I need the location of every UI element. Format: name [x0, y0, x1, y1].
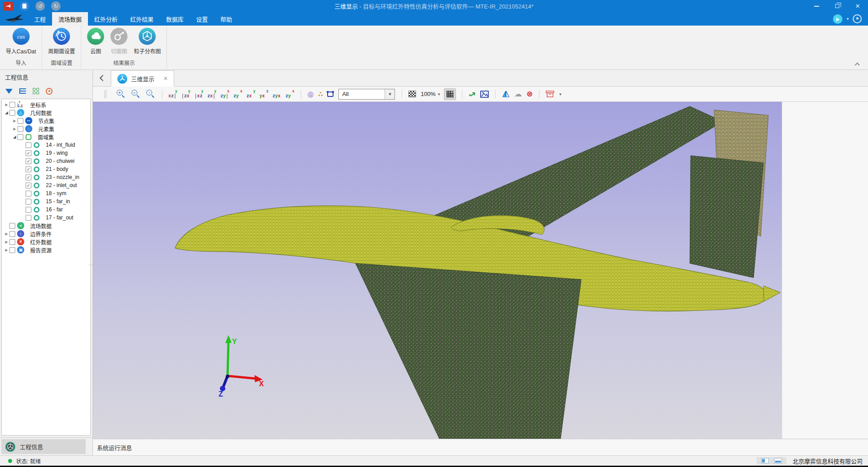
tree-expand-icon[interactable]: ▶	[4, 232, 9, 236]
tree-checkbox[interactable]	[26, 207, 31, 213]
tree-item[interactable]: ▶••节点集	[2, 117, 90, 125]
tree-item[interactable]: 18 - sym	[2, 189, 90, 197]
tree-item[interactable]: ≺流场数据	[2, 222, 90, 230]
tree-checkbox[interactable]	[18, 118, 23, 124]
menu-item-engineering[interactable]: 工程	[28, 12, 52, 26]
axis-view-button[interactable]: y|zx	[181, 89, 191, 99]
periodic-face-button[interactable]: 周期面设置	[45, 28, 78, 55]
remove-icon[interactable]: ⊗	[524, 88, 535, 100]
layout-bottom-panel-icon[interactable]	[774, 458, 782, 463]
zoom-in-button[interactable]: +	[117, 90, 125, 98]
display-filter-select[interactable]: All ▼	[338, 89, 395, 100]
redo-button[interactable]: ↻	[51, 1, 61, 11]
axis-view-button[interactable]: xzy	[233, 89, 243, 99]
tree-checkbox[interactable]	[9, 110, 15, 116]
tree-checkbox[interactable]: ✓	[26, 150, 31, 156]
tree-item[interactable]: ▶◌元素集	[2, 125, 90, 133]
tree-item[interactable]: ◢面域集	[2, 133, 90, 141]
contour-cloud-button[interactable]: 云图	[84, 28, 107, 55]
close-button[interactable]: ✕	[847, 0, 868, 12]
zoom-fit-button[interactable]: ▫	[146, 90, 155, 98]
tree-checkbox[interactable]: ✓	[26, 175, 31, 180]
tab-close-icon[interactable]: ✕	[163, 75, 168, 82]
tree-item[interactable]: ✓20 - chuiwei	[2, 157, 90, 165]
transparency-checker-icon[interactable]	[408, 91, 416, 97]
flag-icon[interactable]: ⚑	[853, 14, 862, 23]
tree-expand-icon[interactable]: ▶	[4, 248, 9, 252]
menu-item-ir-analysis[interactable]: 红外分析	[88, 12, 124, 26]
tree-checkbox[interactable]	[9, 231, 15, 237]
mesh-display-toggle[interactable]	[444, 88, 456, 100]
panel-collapse-arrow-icon[interactable]	[93, 70, 111, 86]
tree-item[interactable]: ▶YZX坐标系	[2, 100, 90, 109]
3d-viewport[interactable]: Y X Z	[93, 102, 782, 439]
probe-point-icon[interactable]: ◎	[305, 88, 316, 100]
tree-checkbox[interactable]: ✓	[26, 166, 31, 172]
chevron-down-icon[interactable]: ▾	[559, 92, 561, 96]
tree-checkbox[interactable]	[9, 247, 15, 253]
tree-expand-icon[interactable]: ◢	[4, 110, 9, 115]
mirror-icon[interactable]	[500, 88, 512, 100]
filter-icon[interactable]	[5, 89, 13, 94]
grid-view-icon[interactable]	[33, 88, 39, 94]
record-icon[interactable]: ▶	[833, 14, 842, 24]
tree-expand-icon[interactable]: ▶	[4, 240, 9, 244]
tree-item[interactable]: 16 - far	[2, 205, 90, 214]
app-menu-button[interactable]	[3, 2, 13, 11]
tree-checkbox[interactable]	[9, 223, 15, 229]
cloud-outline-icon[interactable]: ☁	[512, 88, 524, 100]
tree-checkbox[interactable]	[9, 102, 15, 108]
axis-view-button[interactable]: xzy|	[220, 89, 230, 99]
menu-item-help[interactable]: 帮助	[214, 12, 238, 26]
panel-splitter[interactable]: ⋮	[90, 263, 92, 267]
tree-checkbox[interactable]	[26, 142, 31, 148]
axis-view-button[interactable]: yzx|	[207, 89, 217, 99]
tree-checkbox[interactable]	[18, 134, 23, 140]
tree-item[interactable]: ✓21 - body	[2, 165, 90, 173]
axis-view-button[interactable]: yzx	[246, 89, 256, 99]
screenshot-icon[interactable]	[478, 88, 491, 100]
layout-left-panel-icon[interactable]	[761, 458, 769, 463]
axis-view-button[interactable]: xzy	[285, 89, 295, 99]
box-select-icon[interactable]	[325, 88, 336, 100]
section-plane-button[interactable]: 切面图	[107, 28, 131, 55]
project-info-tab[interactable]: 工程信息	[1, 439, 86, 454]
tree-checkbox[interactable]	[26, 215, 31, 221]
tree-expand-icon[interactable]: ▶	[4, 103, 9, 107]
node-display-icon[interactable]: ∴	[316, 88, 325, 100]
axis-view-button[interactable]: yxz|	[168, 89, 178, 99]
import-cas-dat-button[interactable]: cas 导入Cas/Dat	[3, 28, 39, 55]
minimize-button[interactable]	[806, 0, 827, 12]
tree-checkbox[interactable]	[26, 199, 31, 205]
axis-view-button[interactable]: zyx	[272, 89, 282, 99]
tree-checkbox[interactable]: ✓	[26, 183, 31, 188]
zoom-out-button[interactable]: −	[132, 90, 140, 98]
tree-item[interactable]: ✓22 - inlet_out	[2, 181, 90, 189]
new-document-button[interactable]	[20, 1, 29, 11]
tab-3d-view[interactable]: 三维显示 ✕	[111, 70, 174, 87]
particle-distribution-button[interactable]: 粒子分布图	[131, 28, 164, 55]
combo-dropdown-icon[interactable]: ▼	[385, 89, 395, 99]
tree-item[interactable]: ✓23 - nozzle_in	[2, 173, 90, 181]
tree-checkbox[interactable]	[26, 191, 31, 196]
tree-expand-icon[interactable]: ◢	[12, 135, 18, 139]
tree-item[interactable]: ▶×红外数据	[2, 238, 90, 246]
tree-checkbox[interactable]	[18, 126, 23, 132]
tree-checkbox[interactable]	[9, 239, 15, 245]
collapse-list-icon[interactable]	[19, 88, 26, 94]
locate-target-icon[interactable]	[46, 88, 53, 95]
chevron-down-icon[interactable]: ▾	[846, 17, 849, 21]
menu-item-flowfield-data[interactable]: 流场数据	[52, 12, 88, 26]
tree-item[interactable]: ▶↕边界条件	[2, 230, 90, 238]
menu-item-settings[interactable]: 设置	[190, 12, 214, 26]
tree-item[interactable]: ◢△几何数据	[2, 109, 90, 117]
tree-item[interactable]: ▶▣报告资源	[2, 246, 90, 254]
restore-button[interactable]	[827, 0, 847, 12]
tree-checkbox[interactable]: ✓	[26, 158, 31, 164]
ribbon-collapse-button[interactable]	[855, 62, 859, 66]
tree-expand-icon[interactable]: ▶	[12, 127, 18, 131]
axis-view-button[interactable]: zyx	[259, 89, 269, 99]
axis-view-button[interactable]: y|xz	[194, 89, 204, 99]
zoom-level-control[interactable]: 100% ▾	[418, 91, 442, 97]
tree-item[interactable]: 17 - far_out	[2, 214, 90, 222]
